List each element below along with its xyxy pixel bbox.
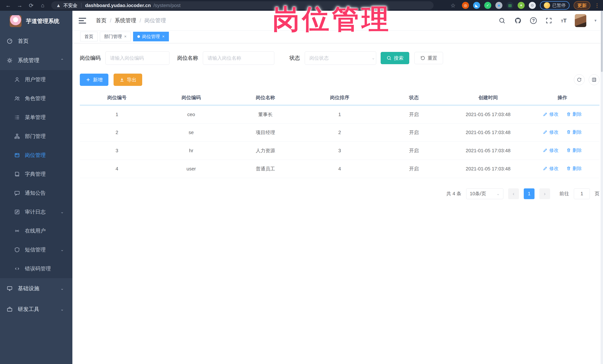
system-submenu: 用户管理 角色管理 菜单管理 部门管理 岗位管理 字典管理: [0, 70, 72, 278]
sidebar-item-menus[interactable]: 菜单管理: [0, 108, 72, 127]
extension-icon[interactable]: ✦: [518, 2, 525, 9]
close-icon[interactable]: ×: [124, 34, 127, 39]
export-button[interactable]: 导出: [114, 74, 142, 86]
collapse-sidebar-icon[interactable]: [79, 17, 87, 24]
sidebar-item-departments[interactable]: 部门管理: [0, 127, 72, 146]
extension-icon[interactable]: ✓: [484, 2, 491, 9]
next-page-button[interactable]: ›: [539, 188, 550, 199]
avatar[interactable]: [575, 14, 586, 27]
edit-link[interactable]: 修改: [543, 129, 558, 135]
refresh-icon: [577, 77, 582, 82]
status-select[interactable]: ⌄: [305, 51, 376, 65]
chevron-down-icon: ⌄: [60, 210, 64, 214]
scrollbar[interactable]: [601, 11, 603, 364]
edit-link[interactable]: 修改: [543, 111, 558, 117]
fullscreen-icon[interactable]: [545, 17, 553, 24]
reset-button[interactable]: 重置: [414, 52, 443, 64]
prev-page-button[interactable]: ‹: [508, 188, 519, 199]
sidebar-item-audit-log[interactable]: 审计日志 ⌄: [0, 202, 72, 221]
page-1-button[interactable]: 1: [524, 188, 534, 199]
sidebar-item-home[interactable]: 首页: [0, 32, 72, 51]
column-settings-button[interactable]: [589, 74, 600, 85]
app-title: 芋道管理系统: [26, 17, 59, 25]
page-size-select[interactable]: 10条/页 ⌄: [466, 188, 503, 199]
back-icon[interactable]: ←: [3, 1, 13, 10]
annotation-overlay-title: 岗位管理: [272, 1, 391, 38]
signal-icon: [14, 228, 20, 234]
col-status: 状态: [377, 91, 451, 105]
shield-icon: [14, 247, 20, 253]
sidebar-item-dictionary[interactable]: 字典管理: [0, 165, 72, 184]
reload-icon[interactable]: ⟳: [26, 1, 36, 10]
close-icon[interactable]: ×: [162, 34, 165, 39]
download-icon: [119, 77, 125, 82]
delete-link[interactable]: 删除: [566, 111, 582, 117]
delete-link[interactable]: 删除: [566, 165, 582, 172]
dashboard-icon: [7, 38, 13, 44]
tab-posts[interactable]: 岗位管理 ×: [133, 32, 169, 41]
extension-icon[interactable]: ⚙: [529, 2, 536, 9]
update-button[interactable]: 更新: [574, 1, 590, 10]
home-icon[interactable]: ⌂: [38, 1, 47, 10]
edit-log-icon: [14, 209, 20, 215]
forward-icon[interactable]: →: [15, 1, 24, 10]
app-logo-row[interactable]: 芋道管理系统: [0, 11, 72, 32]
tab-home[interactable]: 首页: [80, 32, 98, 41]
search-icon: [386, 55, 392, 61]
columns-icon: [591, 77, 597, 82]
delete-link[interactable]: 删除: [566, 129, 582, 135]
sidebar-item-dev-tools[interactable]: 研发工具 ⌄: [0, 299, 72, 320]
tab-departments[interactable]: 部门管理 ×: [100, 32, 131, 41]
sidebar-item-system[interactable]: 系统管理 ⌃: [0, 51, 72, 70]
sidebar-item-error-codes[interactable]: 错误码管理: [0, 259, 72, 278]
edit-link[interactable]: 修改: [543, 165, 558, 172]
sidebar-item-online-users[interactable]: 在线用户: [0, 221, 72, 240]
status-label: 状态: [290, 55, 300, 62]
sidebar-item-notices[interactable]: 通知公告: [0, 184, 72, 202]
id-badge-icon: [14, 152, 20, 158]
col-created: 创建时间: [451, 91, 525, 105]
bookmark-star-icon[interactable]: ☆: [448, 1, 458, 10]
refresh-icon: [420, 55, 425, 61]
post-name-label: 岗位名称: [177, 55, 198, 62]
scrollbar-thumb[interactable]: [601, 11, 603, 72]
sidebar-item-users[interactable]: 用户管理: [0, 70, 72, 89]
chevron-down-icon[interactable]: ▾: [594, 18, 596, 23]
extension-icon[interactable]: ◎: [462, 2, 469, 9]
table-header-row: 岗位编号 岗位编码 岗位名称 岗位排序 状态 创建时间 操作: [80, 91, 600, 105]
goto-page-input[interactable]: [574, 188, 590, 199]
paused-badge[interactable]: 已暂停: [540, 1, 569, 10]
col-post-sort: 岗位排序: [302, 91, 377, 105]
extension-icon[interactable]: ◣: [473, 2, 480, 9]
font-size-icon[interactable]: TT: [561, 17, 567, 24]
sidebar-item-posts[interactable]: 岗位管理: [0, 146, 72, 165]
search-icon[interactable]: [498, 17, 506, 24]
help-icon[interactable]: ?: [530, 17, 537, 24]
extension-icon[interactable]: ■: [495, 2, 502, 9]
browser-menu-icon[interactable]: ⋮: [594, 2, 600, 9]
active-dot: [137, 35, 140, 38]
sidebar-item-roles[interactable]: 角色管理: [0, 89, 72, 108]
post-code-input[interactable]: [105, 51, 169, 65]
edit-link[interactable]: 修改: [543, 147, 558, 153]
breadcrumb-system[interactable]: 系统管理: [115, 17, 136, 24]
trash-icon: [566, 112, 571, 117]
breadcrumb-current: 岗位管理: [144, 17, 166, 24]
chevron-down-icon: ⌄: [60, 247, 64, 252]
sidebar-item-sms[interactable]: 短信管理 ⌄: [0, 240, 72, 259]
refresh-table-button[interactable]: [574, 74, 585, 85]
pencil-icon: [543, 130, 548, 134]
post-name-input[interactable]: [203, 51, 274, 65]
sidebar-item-infrastructure[interactable]: 基础设施 ⌄: [0, 278, 72, 299]
divider: [81, 3, 81, 8]
users-icon: [14, 96, 20, 101]
search-button[interactable]: 搜索: [381, 52, 409, 64]
extension-icon[interactable]: ▤: [507, 2, 513, 9]
delete-link[interactable]: 删除: [566, 147, 582, 153]
github-icon[interactable]: [514, 17, 522, 24]
add-button[interactable]: 新增: [80, 74, 108, 86]
chevron-up-icon: ⌃: [60, 58, 64, 63]
breadcrumb-home[interactable]: 首页: [96, 17, 106, 24]
status-select-input: [309, 55, 371, 61]
chevron-down-icon: ⌄: [497, 191, 500, 196]
